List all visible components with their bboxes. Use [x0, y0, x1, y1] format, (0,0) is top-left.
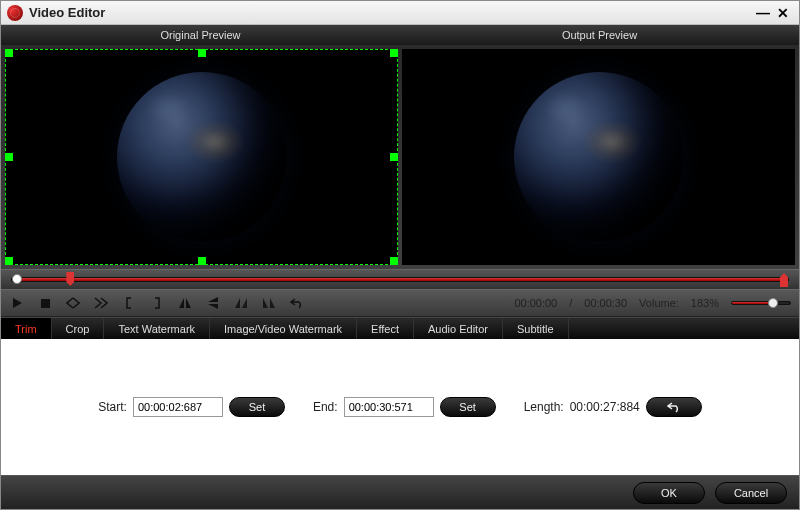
tab-trim[interactable]: Trim: [1, 318, 52, 339]
tab-audio-editor[interactable]: Audio Editor: [414, 318, 503, 339]
cancel-button[interactable]: Cancel: [715, 482, 787, 504]
window: Video Editor — ✕ Original Preview Output…: [0, 0, 800, 510]
trim-end-field: End: Set: [313, 397, 496, 417]
stop-button[interactable]: [37, 295, 53, 311]
close-button[interactable]: ✕: [773, 5, 793, 21]
length-value: 00:00:27:884: [570, 400, 640, 414]
original-preview-label: Original Preview: [1, 25, 400, 45]
time-duration: 00:00:30: [584, 297, 627, 309]
tabs: Trim Crop Text Watermark Image/Video Wat…: [1, 317, 799, 339]
volume-label: Volume:: [639, 297, 679, 309]
timeline[interactable]: [1, 269, 799, 289]
timeline-selection: [12, 278, 788, 281]
ok-button[interactable]: OK: [633, 482, 705, 504]
tab-text-watermark[interactable]: Text Watermark: [104, 318, 210, 339]
trim-length-field: Length: 00:00:27:884: [524, 397, 702, 417]
volume-fill: [732, 302, 773, 304]
set-start-button[interactable]: Set: [229, 397, 285, 417]
timeline-track[interactable]: [11, 277, 789, 282]
app-logo-icon: [7, 5, 23, 21]
mark-out-icon[interactable]: [149, 295, 165, 311]
tab-subtitle[interactable]: Subtitle: [503, 318, 569, 339]
controls-row: 00:00:00/00:00:30 Volume: 183%: [1, 289, 799, 317]
flip-vertical-icon[interactable]: [205, 295, 221, 311]
trim-end-handle[interactable]: [780, 273, 788, 287]
crop-handle-bottom-right[interactable]: [390, 257, 398, 265]
time-position: 00:00:00: [514, 297, 557, 309]
undo-icon: [667, 401, 681, 413]
volume-slider[interactable]: [731, 301, 791, 305]
preview-content: [117, 72, 287, 242]
end-label: End:: [313, 400, 338, 414]
preview-header: Original Preview Output Preview: [1, 25, 799, 45]
tab-crop[interactable]: Crop: [52, 318, 105, 339]
trim-panel: Start: Set End: Set Length: 00:00:27:884: [1, 339, 799, 475]
playhead[interactable]: [12, 274, 22, 284]
crop-handle-bottom-center[interactable]: [198, 257, 206, 265]
rotate-left-icon[interactable]: [233, 295, 249, 311]
crop-handle-top-left[interactable]: [5, 49, 13, 57]
preview-content: [514, 72, 684, 242]
minimize-button[interactable]: —: [753, 5, 773, 21]
titlebar: Video Editor — ✕: [1, 1, 799, 25]
crop-handle-top-center[interactable]: [198, 49, 206, 57]
crop-handle-bottom-left[interactable]: [5, 257, 13, 265]
start-input[interactable]: [133, 397, 223, 417]
volume-knob[interactable]: [768, 298, 778, 308]
original-preview-pane[interactable]: [5, 49, 398, 265]
crop-handle-top-right[interactable]: [390, 49, 398, 57]
trim-start-handle[interactable]: [66, 272, 74, 286]
tab-effect[interactable]: Effect: [357, 318, 414, 339]
end-input[interactable]: [344, 397, 434, 417]
play-button[interactable]: [9, 295, 25, 311]
dialog-footer: OK Cancel: [1, 475, 799, 509]
rotate-right-icon[interactable]: [261, 295, 277, 311]
preview-row: [1, 45, 799, 269]
output-preview-label: Output Preview: [400, 25, 799, 45]
mark-in-icon[interactable]: [121, 295, 137, 311]
reset-length-button[interactable]: [646, 397, 702, 417]
length-label: Length:: [524, 400, 564, 414]
set-end-button[interactable]: Set: [440, 397, 496, 417]
window-title: Video Editor: [29, 5, 105, 20]
volume-value: 183%: [691, 297, 719, 309]
prev-frame-button[interactable]: [65, 295, 81, 311]
crop-handle-mid-right[interactable]: [390, 153, 398, 161]
start-label: Start:: [98, 400, 127, 414]
next-frame-button[interactable]: [93, 295, 109, 311]
undo-icon[interactable]: [289, 295, 305, 311]
output-preview-pane: [402, 49, 795, 265]
svg-rect-0: [41, 299, 50, 308]
tab-image-video-watermark[interactable]: Image/Video Watermark: [210, 318, 357, 339]
crop-handle-mid-left[interactable]: [5, 153, 13, 161]
flip-horizontal-icon[interactable]: [177, 295, 193, 311]
trim-start-field: Start: Set: [98, 397, 285, 417]
